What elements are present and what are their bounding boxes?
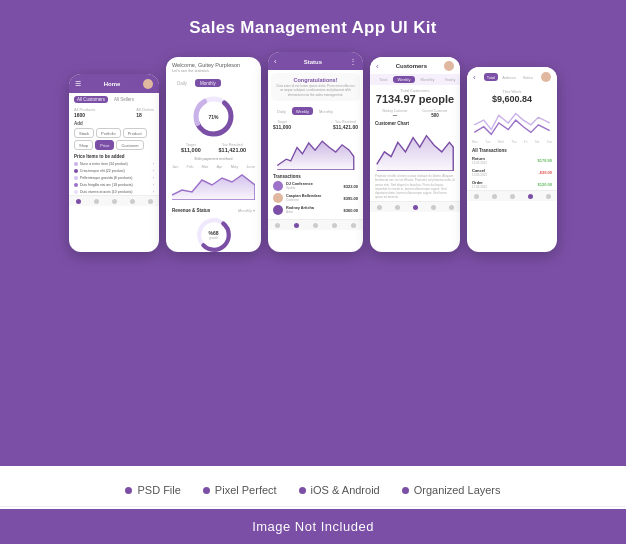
p1-btn-shop[interactable]: Shop bbox=[74, 140, 93, 150]
p3-nav-1[interactable] bbox=[275, 223, 280, 228]
p3-nav-2[interactable] bbox=[294, 223, 299, 228]
p5-trans-item-2: Cancel 13.05.2021 -$39.00 bbox=[467, 166, 557, 178]
p4-tab-yearly[interactable]: Yearly bbox=[441, 76, 460, 83]
p3-trans-av-2 bbox=[273, 193, 283, 203]
p4-chart-label: Customer Chart bbox=[370, 120, 460, 127]
p1-btn-customer[interactable]: Customer bbox=[116, 140, 143, 150]
p3-trans-sub-2: Catherine bbox=[286, 198, 341, 202]
p3-tab-daily[interactable]: Daily bbox=[273, 107, 290, 115]
p2-tab-monthly[interactable]: Monthly bbox=[195, 79, 221, 87]
p1-tabs: All Customers All Sellers bbox=[69, 93, 159, 106]
p3-area-svg bbox=[273, 134, 358, 170]
p2-stats-row: Target $11,000 You Reached $11,421.00 bbox=[166, 141, 261, 155]
p2-tabs: Daily Monthly bbox=[166, 76, 261, 90]
p4-mini-current: Current Customer 500 bbox=[422, 109, 447, 118]
p5-nav-4[interactable] bbox=[528, 194, 533, 199]
phone-customers: ‹ Customers Total Weekly Monthly Yearly … bbox=[370, 57, 460, 252]
p1-tab-sellers[interactable]: All Sellers bbox=[111, 96, 137, 103]
p1-item-2: Cras tempor elit (22 product) › bbox=[69, 167, 159, 174]
p5-tab-anbees[interactable]: Anbees bbox=[499, 73, 519, 81]
p5-label-fri: Fri bbox=[524, 140, 528, 144]
p1-btn-product[interactable]: Product bbox=[123, 128, 147, 138]
p4-tab-weekly[interactable]: Weekly bbox=[393, 76, 414, 83]
p3-menu-icon[interactable]: ⋮ bbox=[349, 57, 357, 66]
p5-nav-2[interactable] bbox=[492, 194, 497, 199]
p2-chart-area: Jan Feb Mar Apr May June bbox=[166, 162, 261, 206]
p4-mini-stats: Waiting Customer — Current Customer 500 bbox=[370, 107, 460, 120]
p3-nav-5[interactable] bbox=[351, 223, 356, 228]
p3-back-icon[interactable]: ‹ bbox=[274, 57, 277, 66]
p1-nav-5[interactable] bbox=[148, 199, 153, 204]
feature-label-psd: PSD File bbox=[137, 484, 180, 496]
p1-btn-price[interactable]: Price bbox=[95, 140, 114, 150]
p4-nav-4[interactable] bbox=[431, 205, 436, 210]
p1-item-dot-2 bbox=[74, 169, 78, 173]
p3-stat-target-val: $11,000 bbox=[273, 124, 291, 130]
p1-item-arrow-3: › bbox=[153, 176, 154, 180]
p2-welcome-area: Welcome, Guitey Purpleson Let's see the … bbox=[166, 57, 261, 76]
p5-trans-item-1: Return 13.05.2021 $178.90 bbox=[467, 154, 557, 166]
p1-tab-customers[interactable]: All Customers bbox=[74, 96, 108, 103]
p4-chart bbox=[370, 127, 460, 172]
feature-dot-layers bbox=[402, 487, 409, 494]
p4-nav-5[interactable] bbox=[449, 205, 454, 210]
p5-trans-amt-3: $120.00 bbox=[538, 182, 552, 187]
p4-back-icon[interactable]: ‹ bbox=[376, 62, 379, 71]
p1-item-1: Nunc a tortor item (34 product) › bbox=[69, 160, 159, 167]
phone-stats: Welcome, Guitey Purpleson Let's see the … bbox=[166, 57, 261, 252]
p1-nav-3[interactable] bbox=[112, 199, 117, 204]
p5-tab-total[interactable]: Total bbox=[484, 73, 498, 81]
p1-btn-stack[interactable]: Stack bbox=[74, 128, 94, 138]
p2-rev-pct-label: growth bbox=[209, 236, 218, 240]
p3-trans-amt-1: $323.00 bbox=[344, 184, 358, 189]
p5-tab-sales[interactable]: Sales bbox=[520, 73, 536, 81]
p1-price-title: Price Items to be added bbox=[69, 152, 159, 160]
p4-area-svg bbox=[375, 128, 455, 171]
p2-subtitle: Let's see the statistics bbox=[172, 69, 255, 73]
p3-nav-4[interactable] bbox=[332, 223, 337, 228]
p5-back-icon[interactable]: ‹ bbox=[473, 73, 476, 82]
p2-area-chart bbox=[172, 170, 255, 200]
p4-text: Praestor et nibh id enim cursus tristiqu… bbox=[375, 174, 455, 199]
p4-nav-3[interactable] bbox=[413, 205, 418, 210]
p2-donut-area: 71% bbox=[166, 90, 261, 141]
p3-congrats: Congratulations! Duis anim id est lorem … bbox=[271, 73, 360, 101]
p1-buttons: Stack Portfolio Product Shop Price Custo… bbox=[69, 128, 159, 152]
p1-item-text-1: Nunc a tortor item (34 product) bbox=[80, 162, 151, 166]
bottom-section: PSD File Pixel Perfect iOS & Android Org… bbox=[0, 466, 626, 544]
p1-nav-2[interactable] bbox=[94, 199, 99, 204]
p5-nav-3[interactable] bbox=[510, 194, 515, 199]
phones-row: ☰ Home All Customers All Sellers All Pro… bbox=[69, 52, 557, 252]
p2-month-apr: Apr bbox=[216, 164, 222, 169]
p5-trans-date-2: 13.05.2021 bbox=[472, 173, 487, 177]
p5-amount: This Week $9,600.84 bbox=[467, 86, 557, 105]
p1-item-dot-5 bbox=[74, 190, 78, 194]
p1-bottom-nav bbox=[69, 195, 159, 206]
p5-nav-1[interactable] bbox=[474, 194, 479, 199]
p3-header: ‹ Status ⋮ bbox=[268, 52, 363, 70]
p3-bottom-nav bbox=[268, 219, 363, 230]
p3-trans-sub-3: Artist bbox=[286, 210, 341, 214]
p2-month-feb: Feb bbox=[187, 164, 194, 169]
p5-label-mon: Mon bbox=[472, 140, 478, 144]
p4-tab-total[interactable]: Total bbox=[375, 76, 391, 83]
p1-nav-4[interactable] bbox=[130, 199, 135, 204]
p1-avatar bbox=[143, 79, 153, 89]
p3-trans-item-2: Caspian Ballendare Catherine $395.00 bbox=[273, 193, 358, 203]
p4-nav-2[interactable] bbox=[395, 205, 400, 210]
p4-nav-1[interactable] bbox=[377, 205, 382, 210]
p3-stats: Target $11,000 You Reached $11,421.00 bbox=[268, 118, 363, 132]
p3-nav-3[interactable] bbox=[313, 223, 318, 228]
p1-btn-portfolio[interactable]: Portfolio bbox=[96, 128, 121, 138]
p4-tab-monthly[interactable]: Monthly bbox=[417, 76, 439, 83]
p5-label-thu: Thu bbox=[511, 140, 516, 144]
p2-payment[interactable]: Edit payment method bbox=[166, 155, 261, 162]
p2-rev-donut-label: %68 growth bbox=[195, 216, 233, 252]
p5-nav-5[interactable] bbox=[546, 194, 551, 199]
p5-label-wed: Wed bbox=[498, 140, 504, 144]
p1-nav-1[interactable] bbox=[76, 199, 81, 204]
p2-stat-target: Target $11,000 bbox=[181, 143, 201, 153]
p2-tab-daily[interactable]: Daily bbox=[172, 79, 192, 87]
p3-tab-weekly[interactable]: Weekly bbox=[292, 107, 313, 115]
p3-tab-monthly[interactable]: Monthly bbox=[315, 107, 337, 115]
